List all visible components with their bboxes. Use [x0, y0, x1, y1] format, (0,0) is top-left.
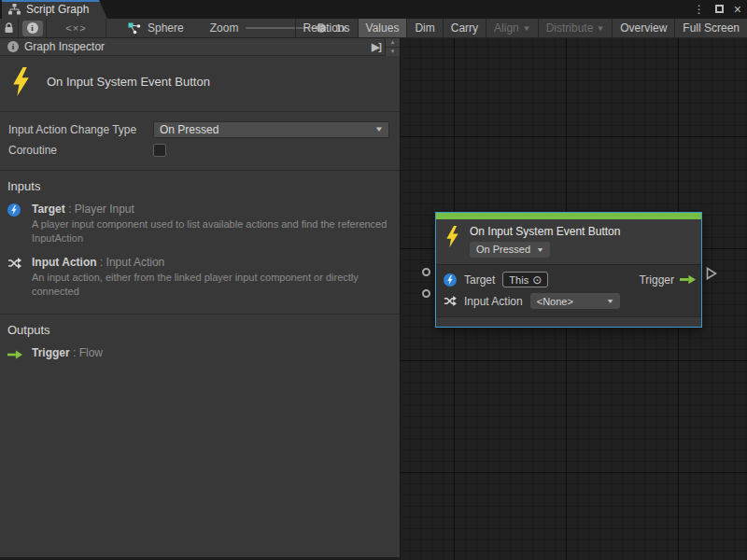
port-type: : Player Input [68, 203, 134, 216]
close-icon[interactable]: × [734, 3, 741, 16]
chevron-down-icon: ▼ [597, 24, 606, 33]
object-picker-icon[interactable]: ⊙ [532, 273, 542, 287]
inputs-heading: Inputs [0, 179, 400, 202]
panel-scroll-arrows[interactable]: ▲ ▼ [385, 38, 400, 56]
dim-button[interactable]: Dim [406, 19, 442, 37]
node-footer [436, 316, 701, 327]
input-action-input-port[interactable] [422, 289, 430, 298]
port-doc-trigger: Trigger : Flow [0, 345, 400, 371]
target-object-field[interactable]: This ⊙ [502, 272, 548, 287]
chevron-down-icon: ▼ [536, 246, 544, 253]
event-type-dropdown[interactable]: On Pressed ▼ [470, 242, 550, 258]
align-button: Align▼ [486, 19, 538, 37]
port-description: An input action, either from the linked … [32, 271, 391, 300]
unit-settings: Input Action Change Type On Pressed ▼ Co… [0, 112, 400, 171]
graph-name-label: Sphere [148, 21, 184, 35]
player-input-icon [7, 203, 21, 217]
inspector-toggle-button[interactable]: i [19, 19, 47, 37]
tab-label: Script Graph [26, 3, 89, 16]
toolbar-right-group: Relations Values Dim Carry Align▼ Distri… [295, 19, 747, 37]
port-name: Trigger [32, 346, 70, 359]
unity-visual-scripting-window: Script Graph ⋮ × i <×> [0, 0, 747, 560]
maximize-icon[interactable] [715, 3, 724, 16]
node-header[interactable]: On Input System Event Button On Pressed … [436, 219, 701, 265]
outputs-heading: Outputs [0, 323, 400, 345]
input-action-icon [7, 257, 21, 270]
target-input-port[interactable] [422, 268, 430, 276]
graph-inspector-panel: i Graph Inspector ▶] ▲ ▼ On Input System… [0, 38, 401, 560]
port-doc-target: Target : Player Input A player input com… [0, 202, 400, 255]
carry-button[interactable]: Carry [443, 19, 486, 37]
node-body: Target This ⊙ Trigger [436, 265, 701, 316]
trigger-output-port[interactable] [706, 267, 717, 280]
coroutine-checkbox[interactable] [153, 144, 166, 157]
port-label: Target [464, 273, 495, 287]
code-preview-button[interactable]: <×> [47, 19, 106, 37]
chevron-down-icon: ▼ [606, 298, 614, 304]
port-label: Input Action [464, 295, 523, 308]
toolbar-left-group: i <×> [0, 19, 106, 37]
relations-button[interactable]: Relations [295, 19, 358, 37]
event-node[interactable]: On Input System Event Button On Pressed … [435, 212, 702, 328]
event-bolt-icon [11, 67, 31, 96]
unit-title: On Input System Event Button [47, 75, 210, 89]
dock-panel-icon[interactable]: ▶] [372, 41, 381, 53]
lock-button[interactable] [0, 19, 19, 37]
graph-reference[interactable]: Sphere [128, 21, 184, 35]
flow-arrow-icon [680, 274, 696, 285]
graph-toolbar: i <×> Sphere Zoom 1x Relations Values Di… [0, 19, 747, 38]
tab-bar: Script Graph ⋮ × [0, 0, 747, 19]
player-input-icon [444, 273, 457, 287]
change-type-dropdown[interactable]: On Pressed ▼ [153, 121, 389, 138]
input-action-dropdown[interactable]: <None> ▼ [530, 293, 620, 309]
port-type: : Flow [73, 346, 103, 359]
scroll-up-icon[interactable]: ▲ [386, 38, 400, 47]
input-action-icon [444, 295, 457, 307]
inspector-header: i Graph Inspector ▶] ▲ ▼ [0, 38, 400, 56]
trigger-output-label: Trigger [639, 273, 674, 287]
inspector-title: Graph Inspector [24, 40, 105, 53]
info-icon: i [7, 41, 19, 52]
unit-title-block: On Input System Event Button [0, 56, 400, 112]
fullscreen-button[interactable]: Full Screen [674, 19, 747, 37]
window-menu-icon[interactable]: ⋮ [694, 3, 705, 16]
subgraph-icon [128, 22, 141, 35]
port-doc-input-action: Input Action : Input Action An input act… [0, 255, 400, 308]
node-row-input-action: Input Action <None> ▼ [444, 290, 696, 312]
event-bolt-icon [445, 226, 459, 247]
node-event-color-bar [436, 213, 701, 219]
chevron-down-icon: ▼ [522, 24, 531, 33]
lock-icon [4, 22, 14, 34]
node-title: On Input System Event Button [470, 225, 620, 238]
port-type: : Input Action [100, 256, 164, 269]
graph-canvas[interactable]: On Input System Event Button On Pressed … [401, 38, 747, 560]
info-icon: i [27, 22, 38, 34]
values-button[interactable]: Values [358, 19, 407, 37]
outputs-section: Outputs Trigger : Flow [0, 314, 400, 376]
distribute-button: Distribute▼ [538, 19, 613, 37]
node-row-target: Target This ⊙ Trigger [444, 269, 696, 290]
chevron-down-icon: ▼ [374, 125, 384, 133]
overview-button[interactable]: Overview [612, 19, 674, 37]
inputs-section: Inputs Target : Player Input A player in… [0, 171, 400, 314]
graph-icon [8, 4, 21, 15]
tab-script-graph[interactable]: Script Graph [2, 0, 107, 19]
port-name: Target [32, 203, 65, 216]
flow-arrow-icon [7, 350, 22, 359]
port-name: Input Action [32, 256, 97, 269]
scroll-down-icon[interactable]: ▼ [386, 47, 400, 56]
port-description: A player input component used to list av… [32, 217, 391, 246]
zoom-label: Zoom [210, 21, 239, 35]
coroutine-label: Coroutine [8, 144, 153, 157]
window-controls: ⋮ × [694, 0, 741, 19]
change-type-label: Input Action Change Type [8, 123, 153, 136]
